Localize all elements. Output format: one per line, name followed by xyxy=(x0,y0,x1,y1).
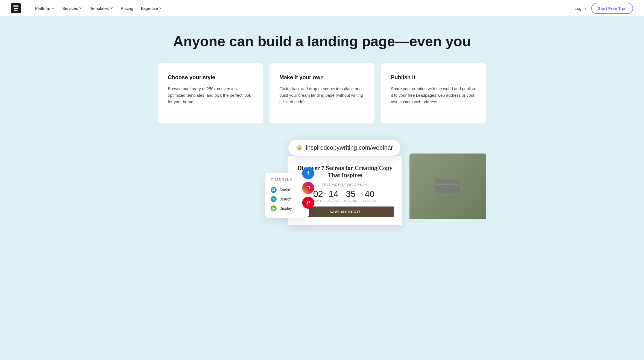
card-title-1: Make it your own xyxy=(279,74,365,81)
card-title-0: Choose your style xyxy=(168,74,253,81)
nav-item-services[interactable]: Services xyxy=(59,4,86,13)
countdown-minutes-unit: MINUTES xyxy=(344,199,357,202)
hero-title: Anyone can build a landing page—even you xyxy=(11,33,633,50)
logo[interactable] xyxy=(11,3,21,13)
facebook-icon: f xyxy=(302,167,314,179)
search-channel-icon: A xyxy=(271,196,277,202)
main-section: Anyone can build a landing page—even you… xyxy=(0,16,644,360)
countdown-days-unit: DAYS xyxy=(313,199,323,202)
countdown-minutes-value: 35 xyxy=(344,190,357,198)
countdown-days-value: 02 xyxy=(313,190,323,198)
countdown-seconds-value: 40 xyxy=(363,190,377,198)
svg-rect-8 xyxy=(442,184,444,185)
login-button[interactable]: Log in xyxy=(575,6,586,11)
channel-social: M Social xyxy=(271,185,303,194)
countdown-hours-value: 14 xyxy=(329,190,339,198)
nav-item-expertise[interactable]: Expertise xyxy=(138,4,166,13)
card-title-2: Publish it xyxy=(391,74,476,81)
countdown-days: 02 DAYS xyxy=(313,190,323,202)
countdown-seconds: 40 SECONDS xyxy=(363,190,377,202)
start-free-trial-button[interactable]: Start Free Trial xyxy=(591,3,633,14)
cards-row: Choose your style Browse our library of … xyxy=(158,63,486,123)
nav-item-pricing[interactable]: Pricing xyxy=(118,4,137,13)
pinterest-icon: P xyxy=(302,197,314,209)
svg-rect-11 xyxy=(450,184,452,185)
svg-rect-7 xyxy=(439,184,441,185)
countdown-hours: 14 HOURS xyxy=(329,190,339,202)
display-channel-icon: ▶ xyxy=(271,205,277,211)
svg-rect-13 xyxy=(455,184,458,185)
nav-links: Platform Services Templates Pricing Expe… xyxy=(32,4,575,13)
lock-icon: 🔒 xyxy=(296,144,303,151)
card-make-own: Make it your own Click, drag, and drop e… xyxy=(270,63,374,123)
social-channel-icon: M xyxy=(271,187,277,193)
svg-rect-1 xyxy=(13,5,19,7)
laptop-visual xyxy=(409,154,486,219)
navbar: Platform Services Templates Pricing Expe… xyxy=(0,0,644,16)
channel-display: ▶ Display xyxy=(271,204,303,213)
instagram-icon: ☐ xyxy=(302,182,314,194)
countdown-seconds-unit: SECONDS xyxy=(363,199,377,202)
countdown-minutes: 35 MINUTES xyxy=(344,190,357,202)
social-icons-float: f ☐ P xyxy=(302,167,314,209)
countdown-hours-unit: HOURS xyxy=(329,199,339,202)
svg-rect-3 xyxy=(14,10,17,11)
channel-search: A Search xyxy=(271,194,303,204)
laptop-image xyxy=(409,154,486,219)
url-bar: 🔒 inspiredcopywriting.com/webinar xyxy=(288,140,400,156)
channel-social-label: Social xyxy=(279,188,290,192)
channel-search-label: Search xyxy=(279,197,291,201)
channels-title: CHANNELS xyxy=(271,178,303,181)
svg-rect-2 xyxy=(14,8,18,9)
card-publish: Publish it Share your creation with the … xyxy=(381,63,486,123)
channel-display-label: Display xyxy=(279,206,292,211)
svg-rect-5 xyxy=(435,179,460,193)
svg-rect-9 xyxy=(444,184,447,185)
nav-item-templates[interactable]: Templates xyxy=(87,4,116,13)
svg-rect-10 xyxy=(447,184,449,185)
nav-right: Log in Start Free Trial xyxy=(575,3,633,14)
card-desc-1: Click, drag, and drop elements into plac… xyxy=(279,85,365,105)
card-desc-0: Browse our library of 250+ conversion-op… xyxy=(168,85,253,105)
preview-area: f ☐ P CHANNELS M Social A Search ▶ Displ… xyxy=(158,140,486,222)
nav-item-platform[interactable]: Platform xyxy=(32,4,58,13)
url-text: inspiredcopywriting.com/webinar xyxy=(306,144,393,151)
svg-rect-12 xyxy=(453,184,455,185)
card-desc-2: Share your creation with the world and p… xyxy=(391,85,476,105)
svg-rect-6 xyxy=(436,184,438,185)
card-choose-style: Choose your style Browse our library of … xyxy=(158,63,263,123)
